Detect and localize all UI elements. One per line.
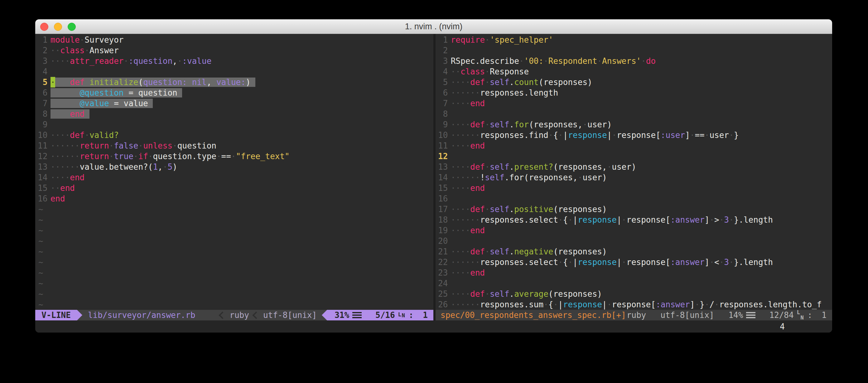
editor-pane-right[interactable]: 1require·'spec_helper'23RSpec.describe·'… xyxy=(436,34,832,310)
position-info: 14% 12/84 LN : 1 xyxy=(714,310,832,320)
tilde-marker: ~ xyxy=(38,268,43,277)
chevron-left-icon xyxy=(252,311,260,319)
line-number: 11 xyxy=(38,140,48,151)
code-line: 15····end xyxy=(436,183,832,194)
code-line: 3····attr_reader·:question,·:value xyxy=(35,56,433,66)
trigram-icon xyxy=(746,312,755,318)
tilde-marker: ~ xyxy=(38,300,43,309)
empty-line: ~ xyxy=(35,225,433,236)
code-line: 17····def·self.positive(responses) xyxy=(436,204,832,214)
code-text: ····def·self.present?(responses,·user) xyxy=(451,162,637,172)
code-text: ··class·Answer xyxy=(51,46,119,55)
empty-line: ~ xyxy=(35,299,433,310)
status-row: V-LINE lib/surveyor/answer.rb ruby utf-8… xyxy=(35,310,832,320)
code-line: 7····end xyxy=(436,98,832,109)
filetype-label: ruby xyxy=(627,310,646,320)
line-number: 8 xyxy=(438,109,448,119)
code-line: 12······return·true·if·question.type·==·… xyxy=(35,151,433,162)
line-number: 13 xyxy=(38,162,48,172)
scroll-percent: 31% xyxy=(335,310,349,320)
code-line: 2··class·Answer xyxy=(35,45,433,56)
code-line: 4 xyxy=(35,66,433,77)
line-number: 9 xyxy=(38,119,48,130)
code-text: ····end xyxy=(451,141,485,150)
vertical-split-divider[interactable] xyxy=(433,34,436,310)
zoom-button[interactable] xyxy=(68,23,76,31)
code-line: 26······responses.sum·{·|response|·respo… xyxy=(436,299,832,310)
code-text: ····def·self.average(responses) xyxy=(451,289,602,299)
code-text: ······responses.length xyxy=(451,88,558,98)
empty-line: ~ xyxy=(35,204,433,214)
code-line: 13······value.between?(1,·5) xyxy=(35,162,433,172)
line-number: 15 xyxy=(38,183,48,194)
line-number: 16 xyxy=(438,194,448,204)
line-position: 12/84 xyxy=(769,310,794,320)
encoding-label: utf-8[unix] xyxy=(660,310,714,320)
code-line: 7 @value = value xyxy=(35,98,433,109)
trigram-icon xyxy=(352,312,362,318)
code-text: ······responses.sum·{·|response|·respons… xyxy=(451,300,822,309)
code-text: ····end xyxy=(451,99,485,108)
line-number: 12 xyxy=(438,151,448,162)
column-number: 1 xyxy=(423,310,428,320)
line-number: 1 xyxy=(38,35,48,45)
empty-line: ~ xyxy=(35,278,433,289)
code-line: 9····def·self.for(responses,·user) xyxy=(436,119,832,130)
powerline-arrow-icon xyxy=(322,310,327,320)
command-line[interactable]: 4 xyxy=(35,320,832,333)
code-line: 6 @question = question xyxy=(35,88,433,98)
line-number: 14 xyxy=(38,172,48,183)
line-position: 5/16 xyxy=(375,310,395,320)
empty-line: ~ xyxy=(35,257,433,268)
code-line: 9 xyxy=(35,119,433,130)
line-number: 7 xyxy=(438,98,448,109)
powerline-arrow-icon xyxy=(77,310,82,320)
file-path-modified: spec/00_respondents_answers_spec.rb[+] xyxy=(436,310,626,320)
empty-line: ~ xyxy=(35,246,433,257)
scroll-percent: 14% xyxy=(728,310,743,320)
line-number: 1 xyxy=(438,35,448,45)
code-text: ······return·false·unless·question xyxy=(51,141,216,150)
code-line: 14····end xyxy=(35,172,433,183)
code-text: ··end xyxy=(51,183,75,193)
code-text: ····end xyxy=(451,268,485,277)
line-number: 17 xyxy=(438,204,448,214)
code-line: 11····end xyxy=(436,140,832,151)
empty-line: ~ xyxy=(35,268,433,278)
code-text: @value = value xyxy=(51,99,153,108)
code-text: RSpec.describe·'00:·Respondent·Answers'·… xyxy=(451,56,656,66)
mode-indicator: V-LINE xyxy=(35,310,77,320)
code-text: ····end xyxy=(451,226,485,235)
line-number: 7 xyxy=(38,98,48,109)
code-line: 6······responses.length xyxy=(436,88,832,98)
line-number: 6 xyxy=(438,88,448,98)
tilde-marker: ~ xyxy=(38,247,43,256)
terminal-window: 1. nvim . (nvim) 1module·Surveyor2··clas… xyxy=(35,19,832,333)
minimize-button[interactable] xyxy=(54,23,62,31)
code-line: 25····def·self.average(responses) xyxy=(436,289,832,299)
empty-line: ~ xyxy=(35,289,433,299)
close-button[interactable] xyxy=(40,23,48,31)
line-number: 9 xyxy=(438,119,448,130)
encoding-label: utf-8[unix] xyxy=(263,310,317,320)
tilde-marker: ~ xyxy=(38,279,43,288)
line-number: 10 xyxy=(438,130,448,140)
line-number: 24 xyxy=(438,278,448,289)
tilde-marker: ~ xyxy=(38,215,43,224)
line-number: 5 xyxy=(438,77,448,88)
empty-line: ~ xyxy=(35,236,433,246)
code-line: 24 xyxy=(436,278,832,289)
window-title: 1. nvim . (nvim) xyxy=(35,19,832,34)
column-number: 1 xyxy=(822,310,827,320)
code-text: end xyxy=(51,109,90,119)
code-text: end xyxy=(51,194,65,203)
line-number: 19 xyxy=(438,225,448,236)
empty-line: ~ xyxy=(35,214,433,225)
code-text: ······responses.select·{·|response|·resp… xyxy=(451,257,773,267)
code-line: 5····def·self.count(responses) xyxy=(436,77,832,88)
editor-pane-left[interactable]: 1module·Surveyor2··class·Answer3····attr… xyxy=(35,34,433,310)
line-number: 2 xyxy=(38,45,48,56)
status-divider xyxy=(433,310,436,320)
code-text: ······!self.for(responses,·user) xyxy=(451,173,607,182)
window-titlebar[interactable]: 1. nvim . (nvim) xyxy=(35,19,832,34)
